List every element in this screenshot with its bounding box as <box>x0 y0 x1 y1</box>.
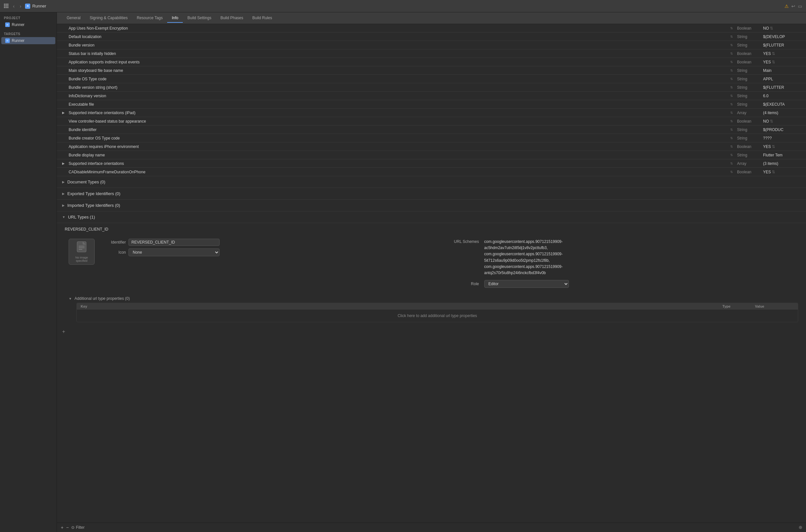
prop-stepper[interactable]: ⇅ <box>729 102 734 106</box>
table-row[interactable]: Bundle identifier ⇅ String $(PRODUC <box>57 126 806 134</box>
filter-label: Filter <box>76 525 85 530</box>
prop-key: Main storyboard file base name <box>57 67 729 74</box>
section-document-types[interactable]: ▶ Document Types (0) <box>57 176 806 188</box>
table-row[interactable]: Bundle creator OS Type code ⇅ String ???… <box>57 134 806 142</box>
prop-type: Boolean <box>734 51 761 57</box>
section-url-types[interactable]: ▼ URL Types (1) <box>57 211 806 223</box>
identifier-input[interactable] <box>129 239 220 246</box>
additional-props-header[interactable]: ▼ Additional url type properties (0) <box>69 294 798 303</box>
prop-key-text: Application supports indirect input even… <box>69 60 139 64</box>
table-row[interactable]: Bundle version ⇅ String $(FLUTTER <box>57 41 806 50</box>
tab-build-rules[interactable]: Build Rules <box>248 14 277 23</box>
role-select[interactable]: Editor <box>484 280 569 288</box>
prop-stepper[interactable]: ⇅ <box>729 111 734 114</box>
add-section-button[interactable]: + <box>62 329 65 335</box>
prop-type: Boolean <box>734 169 761 175</box>
prop-stepper[interactable]: ⇅ <box>729 145 734 148</box>
chevron-down-icon: ▼ <box>69 297 72 301</box>
table-row[interactable]: Executable file ⇅ String $(EXECUTA <box>57 100 806 109</box>
icon-label: Icon <box>100 250 126 254</box>
prop-value: NO ⇅ <box>761 118 806 125</box>
prop-key-text: Main storyboard file base name <box>69 68 123 73</box>
prop-stepper[interactable]: ⇅ <box>729 69 734 72</box>
section-exported-types[interactable]: ▶ Exported Type Identifiers (0) <box>57 188 806 200</box>
section-label: Imported Type Identifiers (0) <box>67 203 120 208</box>
additional-props-table: Key Type Value Click here to add additio… <box>76 303 798 322</box>
icon-select[interactable]: None <box>129 248 220 256</box>
main-layout: PROJECT R Runner TARGETS R Runner Genera… <box>0 12 806 532</box>
prop-stepper[interactable]: ⇅ <box>729 170 734 174</box>
url-type-icon-box: No image specified <box>69 239 95 265</box>
chevron-down-icon: ▼ <box>62 215 65 219</box>
table-row[interactable]: ▶ Supported interface orientations ⇅ Arr… <box>57 159 806 168</box>
table-row[interactable]: CADisableMinimumFrameDurationOnPhone ⇅ B… <box>57 168 806 176</box>
tab-signing[interactable]: Signing & Capabilities <box>85 14 132 23</box>
table-row[interactable]: Bundle display name ⇅ String Flutter Tem <box>57 151 806 159</box>
tab-general[interactable]: General <box>62 14 85 23</box>
forward-button[interactable]: › <box>19 3 23 10</box>
prop-stepper[interactable]: ⇅ <box>729 94 734 98</box>
prop-stepper[interactable]: ⇅ <box>729 77 734 81</box>
chevron-right-icon[interactable]: ▶ <box>62 162 67 165</box>
prop-stepper[interactable]: ⇅ <box>729 162 734 165</box>
tab-build-phases[interactable]: Build Phases <box>216 14 248 23</box>
prop-stepper[interactable]: ⇅ <box>729 35 734 38</box>
prop-type: Boolean <box>734 144 761 150</box>
table-row[interactable]: Status bar is initially hidden ⇅ Boolean… <box>57 50 806 58</box>
table-row[interactable]: Default localization ⇅ String $(DEVELOP <box>57 33 806 41</box>
tab-info[interactable]: Info <box>167 14 183 23</box>
identifier-row: Identifier <box>100 239 445 246</box>
sidebar-item-target-runner[interactable]: R Runner <box>1 37 55 44</box>
chevron-right-icon[interactable]: ▶ <box>62 111 67 114</box>
prop-stepper[interactable]: ⇅ <box>729 26 734 30</box>
prop-key-text: Status bar is initially hidden <box>69 51 116 56</box>
prop-stepper[interactable]: ⇅ <box>729 153 734 157</box>
add-section-button-area: + <box>57 326 806 337</box>
table-row[interactable]: App Uses Non-Exempt Encryption ⇅ Boolean… <box>57 24 806 33</box>
layout-button[interactable]: ▭ <box>798 4 802 9</box>
tab-build-settings[interactable]: Build Settings <box>183 14 215 23</box>
prop-stepper[interactable]: ⇅ <box>729 43 734 47</box>
prop-stepper[interactable]: ⇅ <box>729 128 734 131</box>
prop-value: $(FLUTTER <box>761 42 806 49</box>
revert-button[interactable]: ↩ <box>791 4 795 9</box>
prop-stepper[interactable]: ⇅ <box>729 86 734 89</box>
table-row[interactable]: Bundle OS Type code ⇅ String APPL <box>57 75 806 83</box>
title-bar-left: ‹ › R Runner <box>4 3 46 10</box>
prop-value: YES ⇅ <box>761 169 806 175</box>
sidebar-item-project-runner[interactable]: R Runner <box>1 21 55 28</box>
prop-value: $(PRODUC <box>761 127 806 133</box>
prop-type: String <box>734 67 761 74</box>
back-button[interactable]: ‹ <box>12 3 16 10</box>
table-row[interactable]: InfoDictionary version ⇅ String 6.0 <box>57 92 806 100</box>
prop-key-text: Bundle OS Type code <box>69 77 107 81</box>
prop-stepper[interactable]: ⇅ <box>729 60 734 64</box>
prop-type: String <box>734 93 761 99</box>
tab-bar: General Signing & Capabilities Resource … <box>57 12 806 24</box>
section-imported-types[interactable]: ▶ Imported Type Identifiers (0) <box>57 200 806 211</box>
grid-icon <box>4 4 9 9</box>
tab-resource-tags[interactable]: Resource Tags <box>132 14 167 23</box>
table-row[interactable]: ▶ Supported interface orientations (iPad… <box>57 109 806 117</box>
prop-stepper[interactable]: ⇅ <box>729 119 734 123</box>
url-schemes-row: URL Schemes com.googleusercontent.apps.9… <box>450 239 794 276</box>
filter-button[interactable]: ⊙ Filter <box>71 525 85 530</box>
title-bar-right: ⚠ ↩ ▭ <box>785 4 802 9</box>
additional-props-section: ▼ Additional url type properties (0) Key… <box>65 294 798 322</box>
add-props-empty-message[interactable]: Click here to add additional url type pr… <box>77 309 798 322</box>
prop-key-text: CADisableMinimumFrameDurationOnPhone <box>69 170 145 174</box>
prop-type: Boolean <box>734 59 761 65</box>
table-row[interactable]: View controller-based status bar appeara… <box>57 117 806 126</box>
table-row[interactable]: Application supports indirect input even… <box>57 58 806 66</box>
remove-button[interactable]: − <box>66 525 69 530</box>
table-row[interactable]: Bundle version string (short) ⇅ String $… <box>57 83 806 92</box>
table-row[interactable]: Main storyboard file base name ⇅ String … <box>57 66 806 75</box>
prop-key: Executable file <box>57 101 729 108</box>
prop-value: Main <box>761 67 806 74</box>
prop-value: $(EXECUTA <box>761 101 806 108</box>
table-row[interactable]: Application requires iPhone environment … <box>57 142 806 151</box>
prop-stepper[interactable]: ⇅ <box>729 136 734 140</box>
prop-key: Status bar is initially hidden <box>57 51 729 57</box>
prop-stepper[interactable]: ⇅ <box>729 52 734 55</box>
add-button[interactable]: + <box>61 525 63 530</box>
